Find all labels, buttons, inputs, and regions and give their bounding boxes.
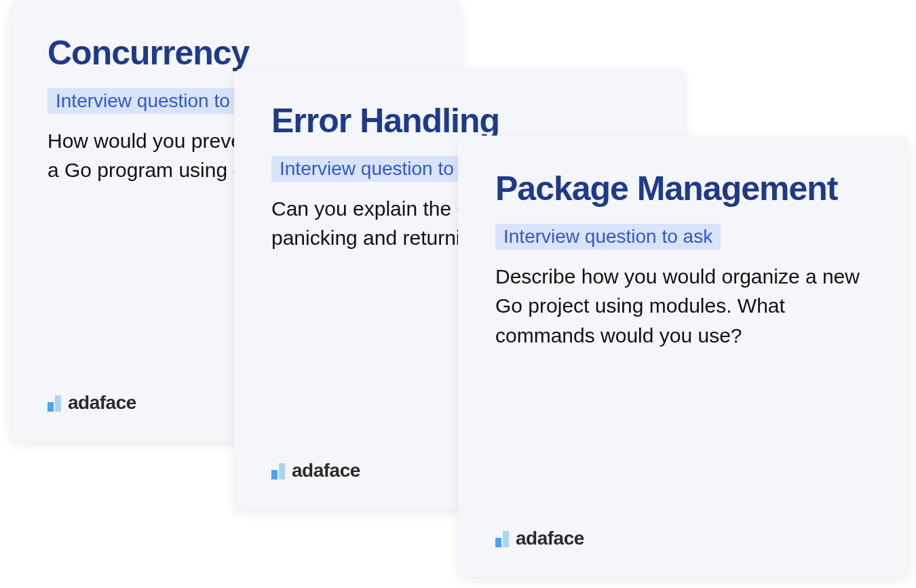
card-title: Concurrency (47, 34, 424, 73)
brand-name: adaface (292, 460, 360, 482)
adaface-bars-icon (271, 462, 285, 479)
card-question: Describe how you would organize a new Go… (495, 262, 872, 351)
adaface-bars-icon (495, 530, 509, 547)
interview-badge: Interview question to ask (495, 224, 721, 250)
interview-card-package-management: Package Management Interview question to… (458, 136, 909, 576)
brand-logo: adaface (495, 528, 872, 549)
card-title: Package Management (495, 170, 872, 209)
brand-name: adaface (516, 528, 584, 549)
card-title: Error Handling (271, 102, 648, 141)
brand-name: adaface (68, 392, 136, 414)
adaface-bars-icon (47, 394, 61, 412)
